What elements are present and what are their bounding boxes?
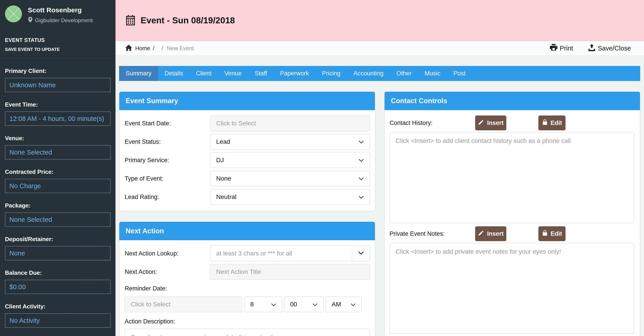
reminder-hour-value: 8 (250, 301, 254, 308)
chevron-down-icon (358, 156, 364, 164)
field-value[interactable]: 12:08 AM - 4 hours, 00 minute(s) (5, 112, 110, 126)
field-value[interactable]: Unknown Name (5, 78, 110, 92)
private-notes-edit-button[interactable]: Edit (538, 226, 566, 241)
field-label: Client Activity: (5, 303, 110, 310)
next-action-lookup-input[interactable] (210, 246, 352, 261)
field-value[interactable]: No Charge (5, 179, 110, 193)
contact-history-textarea[interactable] (390, 132, 634, 223)
home-icon (125, 45, 132, 52)
tab-venue[interactable]: Venue (218, 66, 248, 81)
tab-client[interactable]: Client (190, 66, 218, 81)
type-of-event-select[interactable]: None (210, 171, 370, 186)
calendar-icon (125, 14, 136, 26)
chevron-down-icon (358, 251, 364, 256)
field-value[interactable]: None (5, 246, 110, 260)
contact-history-insert-button[interactable]: Insert (475, 116, 506, 130)
sidebar-section-subtitle: SAVE EVENT TO UPDATE (5, 47, 110, 52)
edit-button-label: Edit (551, 120, 562, 126)
reminder-minute-value: 00 (290, 301, 297, 308)
contact-history-label: Contact History: (390, 120, 475, 126)
field-label: Venue: (5, 135, 110, 142)
tab-paperwork[interactable]: Paperwork (274, 66, 316, 81)
chevron-down-icon (271, 301, 276, 308)
main-area: Event - Sun 08/19/2018 Home / / New Even… (116, 0, 644, 336)
reminder-ampm-select[interactable]: AM (326, 296, 362, 312)
content-area: Summary Details Client Venue Staff Paper… (116, 56, 644, 336)
breadcrumb-separator: / (162, 45, 163, 52)
breadcrumb-bar: Home / / New Event Print Save/Close (116, 41, 644, 56)
primary-service-value: DJ (216, 156, 224, 164)
tab-staff[interactable]: Staff (248, 66, 274, 81)
tab-other[interactable]: Other (390, 66, 418, 81)
tab-details[interactable]: Details (158, 66, 190, 81)
field-value[interactable]: No Activity (5, 313, 110, 328)
private-notes-insert-button[interactable]: Insert (475, 226, 506, 241)
reminder-minute-select[interactable]: 00 (284, 296, 324, 312)
field-value[interactable]: None Selected (5, 145, 110, 160)
print-button[interactable]: Print (550, 44, 573, 53)
next-action-lookup-label: Next Action Lookup: (125, 250, 210, 257)
event-status-select[interactable]: Lead (210, 134, 370, 150)
next-action-lookup-dropdown-button[interactable] (352, 246, 370, 261)
tab-pricing[interactable]: Pricing (316, 66, 347, 81)
field-label: Package: (5, 202, 110, 209)
primary-service-label: Primary Service: (125, 157, 210, 164)
field-value[interactable]: $0.00 (5, 280, 110, 294)
user-org: Gigbuilder Development (35, 17, 92, 24)
save-close-label: Save/Close (598, 45, 631, 52)
lead-rating-select[interactable]: Neutral (210, 189, 370, 205)
event-start-date-input[interactable] (210, 116, 370, 131)
lead-rating-value: Neutral (216, 193, 236, 200)
sidebar-field-primary-client: Primary Client: Unknown Name (5, 68, 110, 92)
action-description-textarea[interactable] (125, 328, 370, 336)
save-icon (588, 44, 596, 53)
contact-history-edit-button[interactable]: Edit (538, 116, 566, 130)
chevron-down-icon (312, 301, 318, 308)
event-summary-panel: Event Summary Event Start Date: Event St… (119, 92, 375, 211)
reminder-hour-select[interactable]: 8 (244, 296, 282, 312)
event-summary-header: Event Summary (119, 92, 375, 110)
next-action-title-input[interactable] (210, 264, 370, 280)
event-status-value: Lead (216, 138, 230, 145)
event-status-label: Event Status: (125, 138, 210, 145)
tab-post[interactable]: Post (447, 66, 472, 81)
page-title: Event - Sun 08/19/2018 (140, 16, 235, 25)
page-header: Event - Sun 08/19/2018 (116, 0, 644, 41)
event-start-date-label: Event Start Date: (125, 120, 210, 127)
tab-music[interactable]: Music (418, 66, 447, 81)
chevron-down-icon (358, 138, 364, 145)
primary-service-select[interactable]: DJ (210, 152, 370, 168)
sidebar-field-client-activity: Client Activity: No Activity (5, 303, 110, 328)
location-pin-icon (28, 16, 33, 24)
field-label: Deposit/Retainer: (5, 236, 110, 243)
reminder-date-input[interactable] (125, 296, 242, 312)
tab-bar: Summary Details Client Venue Staff Paper… (119, 66, 640, 81)
avatar (5, 6, 22, 22)
sidebar-field-deposit: Deposit/Retainer: None (5, 236, 110, 260)
profile-card: Scott Rosenberg Gigbuilder Development (0, 0, 116, 24)
lock-icon (542, 119, 548, 127)
private-event-notes-textarea[interactable] (390, 243, 634, 334)
breadcrumb-separator: / (153, 45, 154, 52)
user-name: Scott Rosenberg (28, 6, 92, 14)
action-description-label: Action Description: (125, 318, 370, 325)
sidebar-field-contracted-price: Contracted Price: No Charge (5, 168, 110, 193)
field-label: Primary Client: (5, 68, 110, 74)
chevron-down-icon (358, 193, 364, 200)
breadcrumb-home[interactable]: Home (125, 45, 150, 52)
sidebar-field-package: Package: None Selected (5, 202, 110, 227)
field-value[interactable]: None Selected (5, 212, 110, 227)
tab-accounting[interactable]: Accounting (347, 66, 390, 81)
chevron-down-icon (358, 175, 364, 182)
reminder-ampm-value: AM (332, 301, 341, 308)
sidebar: Scott Rosenberg Gigbuilder Development E… (0, 0, 116, 336)
field-label: Balance Due: (5, 270, 110, 276)
private-event-notes-label: Private Event Notes: (390, 230, 475, 237)
save-close-button[interactable]: Save/Close (588, 44, 631, 53)
pencil-icon (478, 230, 484, 238)
sidebar-field-venue: Venue: None Selected (5, 135, 110, 160)
tab-summary[interactable]: Summary (119, 66, 158, 81)
contact-controls-panel: Contact Controls Contact History: Insert… (384, 92, 640, 336)
next-action-panel: Next Action Next Action Lookup: (119, 222, 375, 336)
sidebar-section-title: EVENT STATUS (5, 37, 110, 43)
